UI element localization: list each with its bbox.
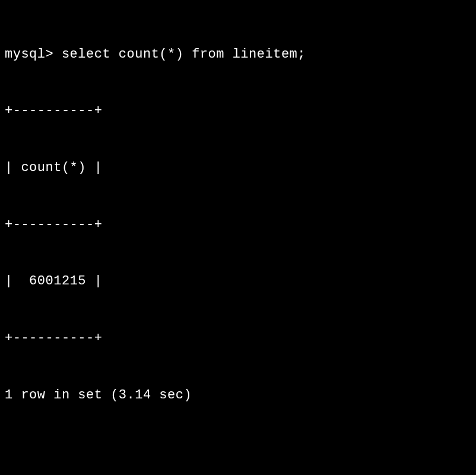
table-header: | count(*) | — [5, 159, 471, 178]
table-border: +----------+ — [5, 102, 471, 121]
terminal-output: mysql> select count(*) from lineitem; +-… — [5, 7, 471, 475]
mysql-prompt: mysql> — [5, 47, 62, 62]
sql-command: select count(*) from lineitem; — [62, 47, 306, 62]
query-footer: 1 row in set (3.14 sec) — [5, 386, 471, 405]
query-line: mysql> select count(*) from lineitem; — [5, 45, 471, 64]
table-border: +----------+ — [5, 329, 471, 348]
table-row: | 6001215 | — [5, 272, 471, 291]
blank-line — [5, 442, 471, 461]
table-border: +----------+ — [5, 216, 471, 235]
